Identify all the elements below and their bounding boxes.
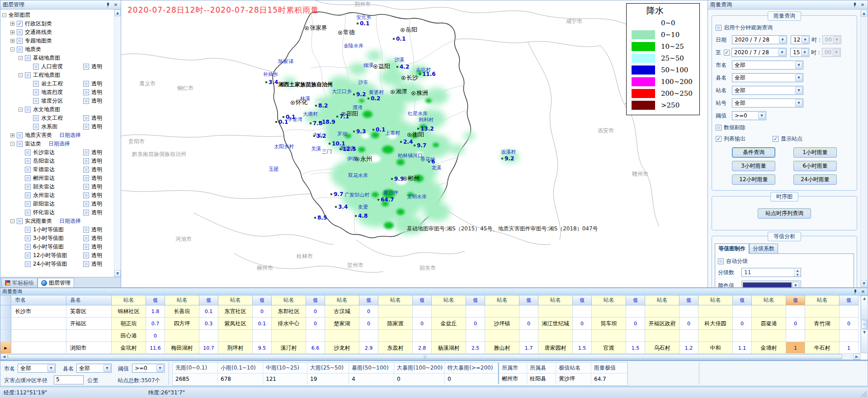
close-icon[interactable]: ✕ [860,289,866,295]
column-header-station[interactable]: 站名 [645,295,679,305]
hour-from-combo[interactable]: 12▼ [791,35,810,44]
station-id-combo[interactable]: 全部▼ [732,98,803,108]
grade-count-stepper[interactable]: 11 ▲▼ [741,268,801,277]
chevron-down-icon[interactable]: ▼ [47,365,55,372]
tree-row[interactable]: -水文地质图 [0,105,114,114]
station-timeseries-button[interactable]: 站点时序列查询 [758,208,811,219]
tree-checkbox[interactable] [25,158,31,164]
tree-row[interactable]: 人口密度透明 [0,62,114,71]
grid-vertical-scrollbar[interactable]: ▲ ≡ ▼ [860,295,868,353]
tree-checkbox[interactable] [25,244,31,250]
pin-icon[interactable] [853,289,858,295]
tree-checkbox[interactable] [33,115,39,121]
tree-row[interactable]: 长沙雷达透明 [0,148,114,157]
rain-24h-button[interactable]: 24小时雨量 [793,174,837,185]
tree-row[interactable]: 水系面透明 [0,122,114,131]
scroll-right-icon[interactable]: ▶ [853,354,860,360]
transparent-checkbox[interactable] [83,201,89,207]
column-header-value[interactable]: 值 [199,295,218,305]
chevron-down-icon[interactable]: ▼ [758,112,765,119]
tree-row[interactable]: 6小时等值图透明 [0,243,114,251]
column-header-station[interactable]: 站名 [698,295,733,305]
tree-row[interactable]: 12小时等值图透明 [0,251,114,260]
tree-row[interactable]: 坡度分区透明 [0,97,114,105]
tree-row[interactable]: 邵阳雷达透明 [0,200,114,208]
transparent-checkbox[interactable] [83,261,89,267]
grid-horizontal-scrollbar[interactable]: ◀ ||| ▶ [0,353,860,360]
tree-row[interactable]: 永州雷达透明 [0,191,114,200]
scroll-left-icon[interactable]: ◀ [0,354,8,360]
left-dock-tab-layers[interactable]: 图层管理 [38,278,74,287]
tree-checkbox[interactable] [25,175,31,181]
tree-checkbox[interactable] [33,124,39,130]
column-header-station[interactable]: 站名 [112,295,146,305]
tree-expander-icon[interactable]: - [19,108,23,112]
table-row[interactable]: 开福区朝正垸0.7四方坪0.3紫凤社区0.1排水中心0楚家湖0陈家渡0金盆丘0沙… [0,318,860,330]
transparent-checkbox[interactable] [83,150,89,155]
map-canvas[interactable]: 2020-07-28日12时--2020-07-28日15时累积雨量 基础地图审… [121,0,708,288]
layer-tree-scrollbar[interactable]: ▲ ▼ [114,9,121,277]
tree-checkbox[interactable] [25,167,31,173]
ten-minute-checkbox[interactable] [716,25,722,31]
tree-checkbox[interactable] [17,47,23,52]
column-header-value[interactable]: 值 [306,295,325,305]
tree-checkbox[interactable] [25,107,31,112]
color-dropdown[interactable]: ▼ [741,281,801,287]
tree-expander-icon[interactable]: - [10,142,14,146]
date-to-picker[interactable]: 2020 / 7 / 28▼ [731,48,787,57]
column-header-value[interactable]: 值 [466,295,485,305]
tree-row[interactable]: -地质类 [0,45,114,54]
tree-row[interactable]: 地震烈度透明 [0,88,114,97]
bottom-city-combo[interactable]: 全部▼ [18,364,56,373]
tree-row[interactable]: 水文工程透明 [0,114,114,122]
column-header-station[interactable]: 站名 [485,295,519,305]
tree-checkbox[interactable] [33,64,39,70]
bottom-county-combo[interactable]: 全部▼ [76,364,112,373]
list-output-checkbox[interactable] [716,136,722,142]
tree-row[interactable]: 韶关雷达透明 [0,183,114,191]
transparent-checkbox[interactable] [83,244,89,250]
transparent-checkbox[interactable] [83,192,89,198]
transparent-checkbox[interactable] [83,124,89,130]
buffer-input[interactable]: 5 [54,375,84,384]
tree-checkbox[interactable] [33,81,39,87]
chevron-down-icon[interactable]: ▼ [156,365,164,372]
chevron-down-icon[interactable]: ▼ [795,61,802,69]
tree-checkbox[interactable] [17,218,23,224]
city-combo[interactable]: 全部▼ [732,61,803,70]
tree-checkbox[interactable] [25,201,31,207]
tree-expander-icon[interactable]: + [10,22,14,26]
tree-checkbox[interactable] [25,261,31,267]
transparent-checkbox[interactable] [83,81,89,87]
tree-checkbox[interactable] [33,98,39,104]
tree-expander-icon[interactable]: + [10,39,14,43]
close-icon[interactable]: ✕ [860,2,865,8]
column-header-value[interactable]: 值 [519,295,538,305]
rain-query-scrollbar[interactable]: ▲ ▼ [860,10,867,287]
transparent-checkbox[interactable] [83,89,89,95]
pin-icon[interactable] [105,2,111,8]
transparent-checkbox[interactable] [83,64,89,70]
tree-checkbox[interactable] [25,210,31,215]
row-selector[interactable]: ▶ [0,342,11,353]
scroll-down-icon[interactable]: ▼ [861,280,867,287]
chevron-down-icon[interactable]: ▼ [801,49,808,56]
condition-query-button[interactable]: 条件查询 [732,147,775,158]
rain-12h-button[interactable]: 12小时雨量 [732,174,775,185]
rain-6h-button[interactable]: 6小时雨量 [793,161,837,171]
transparent-checkbox[interactable] [83,98,89,104]
tree-checkbox[interactable] [17,141,23,147]
column-header-station[interactable]: 站名 [272,295,306,305]
column-header-value[interactable]: 值 [840,295,859,305]
column-header-value[interactable]: 值 [573,295,592,305]
tree-row[interactable]: 1小时等值图透明 [0,225,114,234]
tree-expander-icon[interactable]: + [10,133,14,137]
column-header-station[interactable]: 站名 [218,295,253,305]
date-from-picker[interactable]: 2020 / 7 / 28▼ [732,35,787,44]
column-header-station[interactable]: 站名 [538,295,573,305]
tree-expander-icon[interactable]: - [10,219,14,223]
tab-grade-coeff[interactable]: 分级系数 [749,243,778,254]
column-header-value[interactable]: 值 [146,295,165,305]
column-header-value[interactable]: 值 [359,295,378,305]
scroll-up-icon[interactable]: ▲ [114,9,121,16]
